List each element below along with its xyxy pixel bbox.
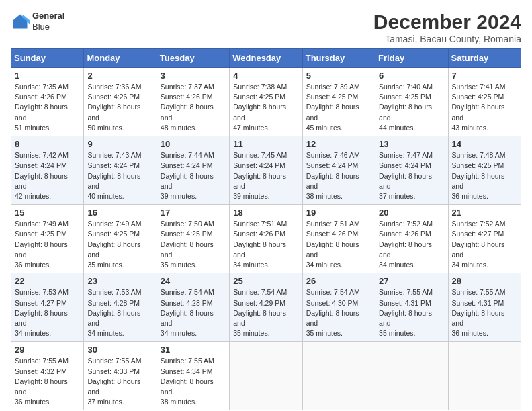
day-number: 23 [87,276,152,286]
calendar-cell: 27 Sunrise: 7:55 AMSunset: 4:31 PMDaylig… [375,273,448,342]
day-info: Sunrise: 7:39 AMSunset: 4:25 PMDaylight:… [306,83,360,132]
day-number: 22 [15,276,80,286]
day-info: Sunrise: 7:45 AMSunset: 4:24 PMDaylight:… [233,151,287,200]
day-info: Sunrise: 7:50 AMSunset: 4:25 PMDaylight:… [161,220,214,269]
calendar-cell: 9 Sunrise: 7:43 AMSunset: 4:24 PMDayligh… [84,136,157,205]
page-header: General Blue December 2024 Tamasi, Bacau… [11,11,521,44]
day-info: Sunrise: 7:47 AMSunset: 4:24 PMDaylight:… [379,151,433,200]
day-number: 10 [161,139,226,149]
day-info: Sunrise: 7:54 AMSunset: 4:29 PMDaylight:… [233,288,287,337]
day-number: 7 [452,71,517,81]
calendar-cell [448,342,521,410]
day-number: 26 [306,276,371,286]
calendar-cell: 30 Sunrise: 7:55 AMSunset: 4:33 PMDaylig… [84,342,157,410]
calendar-cell: 29 Sunrise: 7:55 AMSunset: 4:32 PMDaylig… [11,342,84,410]
day-info: Sunrise: 7:49 AMSunset: 4:25 PMDaylight:… [15,220,69,269]
calendar-week-2: 8 Sunrise: 7:42 AMSunset: 4:24 PMDayligh… [11,136,521,205]
calendar-cell [230,342,302,410]
day-info: Sunrise: 7:55 AMSunset: 4:34 PMDaylight:… [161,357,214,406]
day-number: 18 [233,208,298,218]
day-info: Sunrise: 7:42 AMSunset: 4:24 PMDaylight:… [15,151,69,200]
day-info: Sunrise: 7:52 AMSunset: 4:27 PMDaylight:… [452,220,506,269]
logo-text-general: General [32,11,64,21]
calendar-cell: 7 Sunrise: 7:41 AMSunset: 4:25 PMDayligh… [448,68,521,136]
day-number: 12 [306,139,371,149]
day-info: Sunrise: 7:43 AMSunset: 4:24 PMDaylight:… [87,151,141,200]
day-number: 16 [87,208,152,218]
logo-text-blue: Blue [32,21,64,32]
day-info: Sunrise: 7:54 AMSunset: 4:30 PMDaylight:… [306,288,360,337]
calendar-cell: 13 Sunrise: 7:47 AMSunset: 4:24 PMDaylig… [375,136,448,205]
day-number: 27 [379,276,444,286]
calendar-cell: 15 Sunrise: 7:49 AMSunset: 4:25 PMDaylig… [11,205,84,273]
svg-marker-0 [13,14,28,28]
calendar-cell: 31 Sunrise: 7:55 AMSunset: 4:34 PMDaylig… [157,342,229,410]
col-header-saturday: Saturday [448,49,521,68]
day-number: 19 [306,208,371,218]
calendar-cell: 24 Sunrise: 7:54 AMSunset: 4:28 PMDaylig… [157,273,229,342]
calendar-cell: 10 Sunrise: 7:44 AMSunset: 4:24 PMDaylig… [157,136,229,205]
day-number: 5 [306,71,371,81]
calendar-cell: 8 Sunrise: 7:42 AMSunset: 4:24 PMDayligh… [11,136,84,205]
day-number: 29 [15,345,80,355]
day-info: Sunrise: 7:37 AMSunset: 4:26 PMDaylight:… [161,83,214,132]
calendar-week-4: 22 Sunrise: 7:53 AMSunset: 4:27 PMDaylig… [11,273,521,342]
calendar-cell: 17 Sunrise: 7:50 AMSunset: 4:25 PMDaylig… [157,205,229,273]
day-info: Sunrise: 7:55 AMSunset: 4:33 PMDaylight:… [87,357,141,406]
col-header-sunday: Sunday [11,49,84,68]
day-info: Sunrise: 7:54 AMSunset: 4:28 PMDaylight:… [161,288,214,337]
day-info: Sunrise: 7:46 AMSunset: 4:24 PMDaylight:… [306,151,360,200]
calendar-cell: 6 Sunrise: 7:40 AMSunset: 4:25 PMDayligh… [375,68,448,136]
day-number: 17 [161,208,226,218]
calendar-cell: 4 Sunrise: 7:38 AMSunset: 4:25 PMDayligh… [230,68,302,136]
day-info: Sunrise: 7:44 AMSunset: 4:24 PMDaylight:… [161,151,214,200]
day-number: 6 [379,71,444,81]
day-number: 13 [379,139,444,149]
day-number: 24 [161,276,226,286]
day-info: Sunrise: 7:55 AMSunset: 4:31 PMDaylight:… [379,288,433,337]
calendar-cell: 25 Sunrise: 7:54 AMSunset: 4:29 PMDaylig… [230,273,302,342]
calendar-header-row: SundayMondayTuesdayWednesdayThursdayFrid… [11,49,521,68]
calendar-cell: 14 Sunrise: 7:48 AMSunset: 4:25 PMDaylig… [448,136,521,205]
day-info: Sunrise: 7:40 AMSunset: 4:25 PMDaylight:… [379,83,433,132]
calendar-cell [302,342,375,410]
day-info: Sunrise: 7:35 AMSunset: 4:26 PMDaylight:… [15,83,69,132]
calendar-cell: 12 Sunrise: 7:46 AMSunset: 4:24 PMDaylig… [302,136,375,205]
day-number: 3 [161,71,226,81]
logo-icon [11,12,30,31]
day-info: Sunrise: 7:51 AMSunset: 4:26 PMDaylight:… [306,220,360,269]
calendar-cell: 21 Sunrise: 7:52 AMSunset: 4:27 PMDaylig… [448,205,521,273]
day-info: Sunrise: 7:38 AMSunset: 4:25 PMDaylight:… [233,83,287,132]
col-header-friday: Friday [375,49,448,68]
day-info: Sunrise: 7:36 AMSunset: 4:26 PMDaylight:… [87,83,141,132]
calendar-cell: 16 Sunrise: 7:49 AMSunset: 4:25 PMDaylig… [84,205,157,273]
day-info: Sunrise: 7:53 AMSunset: 4:27 PMDaylight:… [15,288,69,337]
calendar-week-5: 29 Sunrise: 7:55 AMSunset: 4:32 PMDaylig… [11,342,521,410]
day-info: Sunrise: 7:49 AMSunset: 4:25 PMDaylight:… [87,220,141,269]
day-info: Sunrise: 7:48 AMSunset: 4:25 PMDaylight:… [452,151,506,200]
calendar-table: SundayMondayTuesdayWednesdayThursdayFrid… [11,48,521,410]
col-header-monday: Monday [84,49,157,68]
day-info: Sunrise: 7:53 AMSunset: 4:28 PMDaylight:… [87,288,141,337]
day-info: Sunrise: 7:51 AMSunset: 4:26 PMDaylight:… [233,220,287,269]
location: Tamasi, Bacau County, Romania [373,34,521,44]
day-number: 20 [379,208,444,218]
calendar-cell: 11 Sunrise: 7:45 AMSunset: 4:24 PMDaylig… [230,136,302,205]
calendar-cell: 26 Sunrise: 7:54 AMSunset: 4:30 PMDaylig… [302,273,375,342]
day-number: 30 [87,345,152,355]
calendar-cell: 3 Sunrise: 7:37 AMSunset: 4:26 PMDayligh… [157,68,229,136]
calendar-cell: 19 Sunrise: 7:51 AMSunset: 4:26 PMDaylig… [302,205,375,273]
title-area: December 2024 Tamasi, Bacau County, Roma… [373,11,521,44]
calendar-cell [375,342,448,410]
calendar-cell: 2 Sunrise: 7:36 AMSunset: 4:26 PMDayligh… [84,68,157,136]
day-number: 15 [15,208,80,218]
calendar-week-1: 1 Sunrise: 7:35 AMSunset: 4:26 PMDayligh… [11,68,521,136]
day-number: 14 [452,139,517,149]
calendar-cell: 5 Sunrise: 7:39 AMSunset: 4:25 PMDayligh… [302,68,375,136]
col-header-thursday: Thursday [302,49,375,68]
calendar-week-3: 15 Sunrise: 7:49 AMSunset: 4:25 PMDaylig… [11,205,521,273]
month-title: December 2024 [373,11,521,34]
day-number: 25 [233,276,298,286]
calendar-cell: 20 Sunrise: 7:52 AMSunset: 4:26 PMDaylig… [375,205,448,273]
col-header-wednesday: Wednesday [230,49,302,68]
